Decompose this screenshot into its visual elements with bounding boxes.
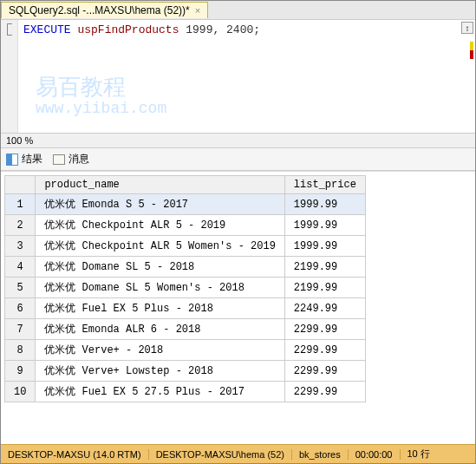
sql-editor[interactable]: EXECUTE uspFindProducts 1999, 2400; 易百教程… <box>18 20 475 133</box>
editor-area: EXECUTE uspFindProducts 1999, 2400; 易百教程… <box>1 20 475 133</box>
cell-product-name[interactable]: 优米优 Domane SL 5 Women's - 2018 <box>36 278 284 298</box>
watermark-url: www.yiibai.com <box>36 100 166 117</box>
marker-red <box>470 50 473 59</box>
results-table: product_name list_price 1优米优 Emonda S 5 … <box>4 175 366 402</box>
row-number[interactable]: 10 <box>5 382 36 402</box>
table-row[interactable]: 3优米优 Checkpoint ALR 5 Women's - 20191999… <box>5 236 366 257</box>
cell-product-name[interactable]: 优米优 Emonda S 5 - 2017 <box>36 194 284 215</box>
status-user: DESKTOP-MAXSU\hema (52) <box>149 449 292 460</box>
proc-args: 1999, 2400; <box>186 23 260 36</box>
row-number[interactable]: 2 <box>5 215 36 236</box>
status-time: 00:00:00 <box>349 449 401 460</box>
col-product-name[interactable]: product_name <box>36 176 284 194</box>
split-toggle-icon[interactable]: ↕ <box>461 22 473 34</box>
cell-product-name[interactable]: 优米优 Fuel EX 5 Plus - 2018 <box>36 298 284 319</box>
cell-list-price[interactable]: 1999.99 <box>284 236 365 257</box>
cell-list-price[interactable]: 2299.99 <box>284 361 365 382</box>
change-marker <box>470 42 473 59</box>
tab-results-label: 结果 <box>22 152 42 167</box>
table-row[interactable]: 9优米优 Verve+ Lowstep - 20182299.99 <box>5 361 366 382</box>
cell-product-name[interactable]: 优米优 Domane SL 5 - 2018 <box>36 257 284 278</box>
row-number[interactable]: 6 <box>5 298 36 319</box>
cell-product-name[interactable]: 优米优 Verve+ - 2018 <box>36 340 284 361</box>
table-row[interactable]: 6优米优 Fuel EX 5 Plus - 20182249.99 <box>5 298 366 319</box>
row-number[interactable]: 4 <box>5 257 36 278</box>
rownum-header[interactable] <box>5 176 36 194</box>
message-icon <box>53 154 65 165</box>
status-db: bk_stores <box>292 449 349 460</box>
status-rows: 10 行 <box>401 448 437 461</box>
tab-results[interactable]: 结果 <box>6 152 42 167</box>
cell-list-price[interactable]: 1999.99 <box>284 215 365 236</box>
proc-name: uspFindProducts <box>77 23 179 36</box>
cell-product-name[interactable]: 优米优 Checkpoint ALR 5 - 2019 <box>36 215 284 236</box>
cell-list-price[interactable]: 1999.99 <box>284 194 365 215</box>
tab-bar: SQLQuery2.sql -...MAXSU\hema (52))* × <box>1 1 475 20</box>
row-number[interactable]: 5 <box>5 278 36 298</box>
status-bar: DESKTOP-MAXSU (14.0 RTM) DESKTOP-MAXSU\h… <box>1 444 475 463</box>
marker-yellow <box>470 42 473 50</box>
fold-bracket[interactable] <box>7 23 12 36</box>
cell-list-price[interactable]: 2199.99 <box>284 278 365 298</box>
table-row[interactable]: 10优米优 Fuel EX 5 27.5 Plus - 20172299.99 <box>5 382 366 402</box>
results-pane[interactable]: product_name list_price 1优米优 Emonda S 5 … <box>1 171 475 444</box>
table-row[interactable]: 4优米优 Domane SL 5 - 20182199.99 <box>5 257 366 278</box>
keyword-execute: EXECUTE <box>23 23 71 36</box>
cell-list-price[interactable]: 2249.99 <box>284 298 365 319</box>
col-list-price[interactable]: list_price <box>284 176 365 194</box>
row-number[interactable]: 1 <box>5 194 36 215</box>
table-row[interactable]: 5优米优 Domane SL 5 Women's - 20182199.99 <box>5 278 366 298</box>
row-number[interactable]: 7 <box>5 319 36 340</box>
file-tab[interactable]: SQLQuery2.sql -...MAXSU\hema (52))* × <box>1 2 208 18</box>
zoom-level[interactable]: 100 % <box>1 133 475 147</box>
cell-list-price[interactable]: 2299.99 <box>284 382 365 402</box>
cell-product-name[interactable]: 优米优 Checkpoint ALR 5 Women's - 2019 <box>36 236 284 257</box>
table-row[interactable]: 1优米优 Emonda S 5 - 20171999.99 <box>5 194 366 215</box>
cell-product-name[interactable]: 优米优 Verve+ Lowstep - 2018 <box>36 361 284 382</box>
result-tabs: 结果 消息 <box>1 147 475 171</box>
tab-messages[interactable]: 消息 <box>53 152 89 167</box>
table-row[interactable]: 7优米优 Emonda ALR 6 - 20182299.99 <box>5 319 366 340</box>
cell-list-price[interactable]: 2299.99 <box>284 319 365 340</box>
row-number[interactable]: 9 <box>5 361 36 382</box>
status-server: DESKTOP-MAXSU (14.0 RTM) <box>1 449 149 460</box>
table-row[interactable]: 8优米优 Verve+ - 20182299.99 <box>5 340 366 361</box>
cell-list-price[interactable]: 2199.99 <box>284 257 365 278</box>
grid-icon <box>6 154 18 166</box>
table-header-row: product_name list_price <box>5 176 366 194</box>
row-number[interactable]: 8 <box>5 340 36 361</box>
editor-gutter <box>1 20 18 133</box>
watermark-title: 易百教程 <box>36 72 126 102</box>
close-icon[interactable]: × <box>195 5 200 16</box>
row-number[interactable]: 3 <box>5 236 36 257</box>
table-row[interactable]: 2优米优 Checkpoint ALR 5 - 20191999.99 <box>5 215 366 236</box>
tab-messages-label: 消息 <box>68 152 89 167</box>
cell-list-price[interactable]: 2299.99 <box>284 340 365 361</box>
cell-product-name[interactable]: 优米优 Fuel EX 5 27.5 Plus - 2017 <box>36 382 284 402</box>
cell-product-name[interactable]: 优米优 Emonda ALR 6 - 2018 <box>36 319 284 340</box>
tab-title: SQLQuery2.sql -...MAXSU\hema (52))* <box>9 4 190 16</box>
